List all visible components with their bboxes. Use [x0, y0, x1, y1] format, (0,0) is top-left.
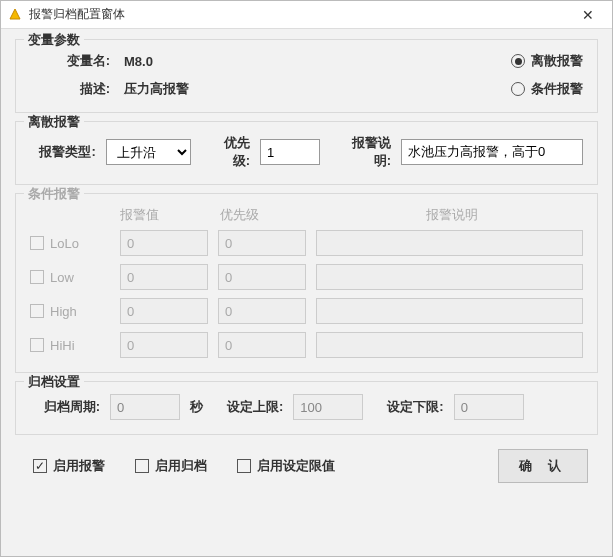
label-period-unit: 秒	[190, 398, 203, 416]
check-low-label: Low	[50, 270, 74, 285]
input-hihi-value	[120, 332, 208, 358]
footer-row: 启用报警 启用归档 启用设定限值 确 认	[15, 443, 598, 483]
window-title: 报警归档配置窗体	[29, 6, 570, 23]
col-head-value: 报警值	[120, 206, 220, 224]
check-low: Low	[30, 270, 110, 285]
check-enable-limits[interactable]: 启用设定限值	[237, 457, 335, 475]
dialog-window: 报警归档配置窗体 ✕ 变量参数 变量名: M8.0 描述: 压力高报警	[0, 0, 613, 557]
label-priority: 优先级:	[209, 134, 250, 170]
group-condition-legend: 条件报警	[24, 185, 84, 203]
input-lolo-desc	[316, 230, 583, 256]
group-variable: 变量参数 变量名: M8.0 描述: 压力高报警 离散报警	[15, 39, 598, 113]
input-alarm-desc[interactable]	[401, 139, 583, 165]
input-high-value	[120, 298, 208, 324]
confirm-button[interactable]: 确 认	[498, 449, 588, 483]
label-alarm-type: 报警类型:	[30, 143, 96, 161]
check-lolo: LoLo	[30, 236, 110, 251]
group-discrete-legend: 离散报警	[24, 113, 84, 131]
confirm-button-label: 确 认	[519, 457, 567, 475]
input-low-priority	[218, 264, 306, 290]
alarm-mode-radio-group: 离散报警 条件报警	[511, 52, 583, 98]
input-lolo-priority	[218, 230, 306, 256]
check-enable-limits-label: 启用设定限值	[257, 457, 335, 475]
radio-discrete-label: 离散报警	[531, 52, 583, 70]
close-icon[interactable]: ✕	[570, 4, 606, 26]
radio-discrete-alarm[interactable]: 离散报警	[511, 52, 583, 70]
label-var-desc: 描述:	[30, 80, 110, 98]
input-hihi-priority	[218, 332, 306, 358]
group-archive-legend: 归档设置	[24, 373, 84, 391]
label-archive-period: 归档周期:	[30, 398, 100, 416]
col-head-priority: 优先级	[220, 206, 320, 224]
check-hihi: HiHi	[30, 338, 110, 353]
label-alarm-desc: 报警说明:	[338, 134, 391, 170]
label-var-name: 变量名:	[30, 52, 110, 70]
group-archive: 归档设置 归档周期: 秒 设定上限: 设定下限:	[15, 381, 598, 435]
input-low-desc	[316, 264, 583, 290]
input-high-priority	[218, 298, 306, 324]
label-lower-limit: 设定下限:	[387, 398, 443, 416]
check-enable-archive[interactable]: 启用归档	[135, 457, 207, 475]
cond-row-low: Low	[30, 264, 583, 290]
titlebar: 报警归档配置窗体 ✕	[1, 1, 612, 29]
col-head-desc: 报警说明	[320, 206, 583, 224]
label-upper-limit: 设定上限:	[227, 398, 283, 416]
check-high: High	[30, 304, 110, 319]
check-enable-alarm-label: 启用报警	[53, 457, 105, 475]
cond-table-header: 报警值 优先级 报警说明	[30, 206, 583, 224]
check-enable-alarm[interactable]: 启用报警	[33, 457, 105, 475]
client-area: 变量参数 变量名: M8.0 描述: 压力高报警 离散报警	[1, 29, 612, 556]
cond-row-hihi: HiHi	[30, 332, 583, 358]
select-alarm-type[interactable]: 上升沿	[106, 139, 191, 165]
check-lolo-label: LoLo	[50, 236, 79, 251]
group-condition: 条件报警 报警值 优先级 报警说明 LoLo	[15, 193, 598, 373]
bell-icon	[7, 7, 23, 23]
input-upper-limit	[293, 394, 363, 420]
group-variable-legend: 变量参数	[24, 31, 84, 49]
input-lower-limit	[454, 394, 524, 420]
value-var-name: M8.0	[124, 54, 153, 69]
cond-row-lolo: LoLo	[30, 230, 583, 256]
check-high-label: High	[50, 304, 77, 319]
input-high-desc	[316, 298, 583, 324]
input-archive-period	[110, 394, 180, 420]
check-enable-archive-label: 启用归档	[155, 457, 207, 475]
input-hihi-desc	[316, 332, 583, 358]
check-hihi-label: HiHi	[50, 338, 75, 353]
radio-condition-label: 条件报警	[531, 80, 583, 98]
input-low-value	[120, 264, 208, 290]
radio-condition-alarm[interactable]: 条件报警	[511, 80, 583, 98]
input-lolo-value	[120, 230, 208, 256]
cond-row-high: High	[30, 298, 583, 324]
group-discrete: 离散报警 报警类型: 上升沿 优先级: 报警说明:	[15, 121, 598, 185]
input-priority[interactable]	[260, 139, 320, 165]
value-var-desc: 压力高报警	[124, 80, 189, 98]
